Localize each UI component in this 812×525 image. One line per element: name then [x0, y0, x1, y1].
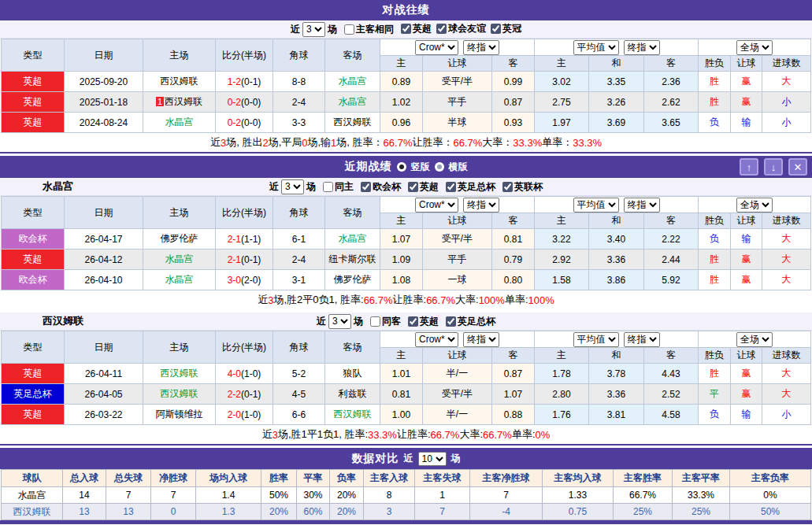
home-team-name[interactable]: 西汉姆联 — [161, 76, 198, 87]
team-0-scope-select[interactable]: 全场 — [736, 198, 773, 213]
close-button[interactable]: ✕ — [788, 158, 807, 176]
h2h-average-select[interactable]: 平均值 — [573, 40, 619, 55]
games-label: 场 — [306, 180, 316, 194]
team-0-league-2-label[interactable]: 英足总杯 — [441, 180, 495, 194]
h2h-league-1[interactable] — [436, 24, 447, 34]
stat-cell-7: 3 — [364, 504, 415, 520]
team-0-league-0[interactable] — [361, 182, 371, 192]
away-team-name[interactable]: 水晶宫 — [339, 233, 367, 244]
summary-segment: 3 — [273, 429, 278, 441]
team-0-bookmaker-select[interactable]: Crow* — [415, 198, 458, 213]
away-team-name[interactable]: 纽卡斯尔联 — [329, 253, 376, 264]
home-team-name[interactable]: 西汉姆联 — [165, 96, 202, 107]
home-team-name[interactable]: 阿斯顿维拉 — [156, 409, 203, 420]
sub-header-0: 主 — [380, 213, 423, 229]
team-1-final-odds-select-2[interactable]: 终指 — [624, 332, 660, 347]
team-1-recent-count-select[interactable]: 3 — [328, 314, 351, 329]
team-1-scope-select[interactable]: 全场 — [736, 332, 773, 347]
h2h-league-0[interactable] — [401, 24, 411, 34]
sub-header-8: 进球数 — [762, 56, 811, 72]
team-0-league-1-label[interactable]: 英超 — [403, 180, 439, 194]
league-type-cell: 欧会杯 — [2, 229, 65, 250]
team-summary-1: 近3场,胜1平1负1, 胜率:33.3% 让胜率:66.7% 大率:66.7% … — [0, 425, 812, 444]
match-row: 英足总杯26-04-05西汉姆联2-2(0-1)4-5利兹联0.81受平/半1.… — [2, 384, 811, 405]
team-1-league-0[interactable] — [408, 316, 418, 327]
home-team-name[interactable]: 水晶宫 — [165, 253, 194, 264]
radio-vertical-layout[interactable] — [397, 162, 406, 172]
away-team-name[interactable]: 利兹联 — [339, 388, 367, 399]
fulltime-score: 2-0 — [228, 409, 241, 420]
comparison-recent-count-select[interactable]: 10 — [418, 452, 447, 466]
team-1-average-select[interactable]: 平均值 — [573, 332, 619, 347]
team-name[interactable]: 水晶宫 — [18, 490, 46, 501]
away-team-name[interactable]: 狼队 — [343, 368, 362, 379]
away-team-name[interactable]: 西汉姆联 — [334, 409, 372, 420]
avg-draw-cell: 3.36 — [589, 250, 644, 270]
team-0-league-3[interactable] — [502, 182, 513, 192]
team-1-league-1[interactable] — [446, 316, 456, 327]
vertical-layout-label[interactable]: 竖版 — [411, 161, 430, 174]
home-team-name[interactable]: 佛罗伦萨 — [161, 233, 198, 244]
away-team-name[interactable]: 西汉姆联 — [334, 116, 372, 128]
odds-away-cell: 0.87 — [492, 92, 535, 113]
team-0-league-1[interactable] — [408, 182, 418, 192]
summary-segment: 单率: — [512, 427, 536, 442]
team-0-same-venue-checkbox-label[interactable]: 同主 — [318, 180, 354, 194]
team-0-league-3-label[interactable]: 英联杯 — [498, 180, 543, 194]
away-team-name[interactable]: 水晶宫 — [339, 76, 367, 87]
avg-away-cell: 2.44 — [644, 250, 699, 270]
h2h-league-2-label[interactable]: 英冠 — [486, 22, 521, 35]
h2h-league-0-label[interactable]: 英超 — [396, 22, 432, 35]
horizontal-layout-label[interactable]: 横版 — [449, 161, 468, 174]
home-team-name[interactable]: 西汉姆联 — [161, 388, 198, 399]
team-0-league-0-text: 欧会杯 — [373, 180, 401, 194]
same-home-away-checkbox-label[interactable]: 主客相同 — [339, 23, 394, 36]
team-0-average-select[interactable]: 平均值 — [573, 198, 619, 213]
home-team-name[interactable]: 西汉姆联 — [161, 368, 198, 379]
team-0-final-odds-select[interactable]: 终指 — [463, 198, 499, 213]
teams-container: 水晶宫近3场同主欧会杯英超英足总杯英联杯类型日期主场比分(半场)角球客场Crow… — [0, 178, 812, 444]
radio-horizontal-layout[interactable] — [435, 162, 444, 172]
home-team-name[interactable]: 水晶宫 — [165, 116, 194, 128]
sub-header-8: 进球数 — [762, 348, 811, 364]
team-1-league-0-label[interactable]: 英超 — [403, 315, 439, 328]
h2h-final-odds-select-2[interactable]: 终指 — [624, 40, 660, 55]
group-dropdowns-2: 全场 — [699, 40, 810, 55]
team-0-league-2[interactable] — [446, 182, 456, 192]
team-1-same-venue-checkbox[interactable] — [370, 316, 380, 327]
result-handicap-cell: 赢 — [731, 72, 762, 92]
comparison-header-4: 场均入球 — [196, 470, 261, 487]
h2h-scope-select[interactable]: 全场 — [736, 40, 773, 55]
team-1-same-venue-checkbox-label[interactable]: 同客 — [365, 315, 401, 328]
team-0-recent-count-select[interactable]: 3 — [281, 179, 304, 194]
away-team-name[interactable]: 水晶宫 — [339, 96, 367, 107]
team-1-final-odds-select[interactable]: 终指 — [463, 332, 499, 347]
away-team-name[interactable]: 佛罗伦萨 — [334, 274, 372, 285]
fulltime-score: 4-0 — [228, 368, 241, 379]
result-handicap-cell: 输 — [731, 113, 762, 133]
h2h-bookmaker-select[interactable]: Crow* — [415, 40, 458, 55]
home-team-name[interactable]: 水晶宫 — [165, 274, 194, 285]
move-up-button[interactable]: ↑ — [740, 158, 758, 176]
h2h-recent-count-select[interactable]: 3 — [302, 22, 325, 37]
team-1-league-1-label[interactable]: 英足总杯 — [441, 315, 495, 328]
same-home-away-checkbox[interactable] — [344, 24, 354, 35]
odds-handicap-cell: 受平/半 — [423, 72, 492, 92]
stat-cell-12: 33.3% — [673, 487, 730, 504]
avg-away-cell: 4.58 — [644, 405, 699, 425]
close-icon: ✕ — [794, 161, 803, 173]
h2h-league-2[interactable] — [491, 24, 501, 34]
team-0-same-venue-checkbox[interactable] — [323, 182, 333, 192]
team-name[interactable]: 西汉姆联 — [13, 506, 51, 517]
team-0-league-0-label[interactable]: 欧会杯 — [356, 180, 401, 194]
sub-header-4: 和 — [589, 213, 644, 229]
odds-home-cell: 1.09 — [380, 250, 423, 270]
team-1-bookmaker-select[interactable]: Crow* — [415, 332, 458, 347]
h2h-final-odds-select[interactable]: 终指 — [463, 40, 499, 55]
move-down-button[interactable]: ↓ — [764, 158, 783, 176]
team-0-final-odds-select-2[interactable]: 终指 — [624, 198, 660, 213]
h2h-league-1-label[interactable]: 球会友谊 — [432, 22, 486, 35]
avg-away-cell: 2.22 — [644, 229, 699, 250]
home-team-cell: 西汉姆联 — [143, 364, 216, 384]
score-cell: 0-2(0-0) — [216, 92, 273, 113]
